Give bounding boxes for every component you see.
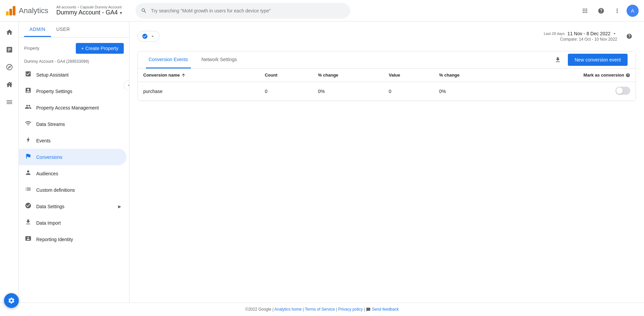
footer-link-analytics-home[interactable]: Analytics home — [274, 307, 302, 312]
search-icon — [141, 8, 147, 14]
breadcrumb: All accounts › Capsule Dummy Account — [56, 5, 122, 9]
nav-label-conversions: Conversions — [36, 154, 62, 160]
top-header: Analytics All accounts › Capsule Dummy A… — [0, 0, 644, 21]
apps-button[interactable] — [578, 4, 592, 17]
sidebar-icon-explore[interactable] — [1, 59, 17, 75]
cell-count: 0 — [259, 82, 312, 101]
logo-area[interactable]: Analytics — [5, 5, 48, 16]
data-import-icon — [24, 219, 32, 227]
date-range: Last 28 days 11 Nov - 8 Dec 2022 Compare… — [544, 31, 617, 42]
nav-item-events[interactable]: Events — [19, 132, 126, 149]
settings-fab-icon — [8, 297, 15, 304]
footer-link-privacy[interactable]: Privacy policy — [338, 307, 363, 312]
more-menu-button[interactable] — [610, 4, 624, 17]
property-settings-icon — [24, 87, 32, 95]
cell-toggle — [504, 82, 636, 101]
conversions-icon — [24, 153, 32, 161]
cell-conversion-name: purchase — [138, 82, 259, 101]
nav-label-property-access-management: Property Access Management — [36, 105, 99, 110]
admin-panel: ADMIN USER Property + Create Property Du… — [19, 21, 129, 303]
nav-item-data-import[interactable]: Data Import — [19, 215, 126, 231]
data-settings-expand-icon: ▶ — [118, 204, 121, 209]
svg-rect-0 — [6, 11, 9, 15]
analytics-logo-icon — [5, 5, 16, 16]
account-title[interactable]: Dummy Account - GA4 ▾ — [56, 9, 122, 16]
filter-bar: Last 28 days 11 Nov - 8 Dec 2022 Compare… — [138, 30, 636, 43]
nav-item-custom-definitions[interactable]: Custom definitions — [19, 182, 126, 198]
avatar[interactable]: A — [627, 5, 639, 17]
download-button[interactable] — [552, 54, 564, 66]
mark-as-conversion-toggle[interactable] — [615, 87, 630, 95]
nav-label-custom-definitions: Custom definitions — [36, 187, 75, 193]
conversions-table: Conversion name Count % change Value % c… — [138, 69, 636, 101]
data-streams-icon — [24, 120, 32, 128]
svg-rect-2 — [13, 6, 15, 15]
data-settings-icon — [24, 202, 32, 211]
svg-rect-1 — [9, 9, 12, 15]
tab-user[interactable]: USER — [51, 22, 75, 37]
filter-chip[interactable] — [138, 31, 160, 42]
nav-label-data-settings: Data Settings — [36, 204, 64, 209]
nav-item-conversions[interactable]: Conversions — [19, 149, 126, 165]
nav-label-audiences: Audiences — [36, 171, 58, 176]
nav-list: Setup Assistant Property Settings Proper… — [19, 66, 129, 303]
footer-link-terms[interactable]: Terms of Service — [305, 307, 335, 312]
cell-value: 0 — [383, 82, 434, 101]
property-access-icon — [24, 103, 32, 112]
custom-definitions-icon — [24, 186, 32, 194]
account-nav: All accounts › Capsule Dummy Account Dum… — [56, 5, 122, 16]
nav-item-property-access-management[interactable]: Property Access Management — [19, 99, 126, 116]
footer: ©2022 Google | Analytics home | Terms of… — [0, 303, 644, 316]
nav-item-setup-assistant[interactable]: Setup Assistant — [19, 66, 126, 83]
tab-network-settings[interactable]: Network Settings — [199, 51, 240, 69]
checkmark-icon — [142, 33, 148, 39]
tab-admin[interactable]: ADMIN — [24, 22, 51, 37]
col-count-change: % change — [313, 69, 383, 82]
col-value-change: % change — [434, 69, 504, 82]
property-label: Property — [24, 46, 39, 51]
main-content: Last 28 days 11 Nov - 8 Dec 2022 Compare… — [129, 21, 644, 303]
sidebar-icon-reports[interactable] — [1, 42, 17, 58]
nav-item-reporting-identity[interactable]: Reporting Identity — [19, 231, 126, 247]
property-account-name: Dummy Account - GA4 (289533099) — [19, 59, 129, 66]
card-tabs: Conversion Events Network Settings New c… — [138, 51, 636, 69]
sidebar-icon-advertising[interactable] — [1, 77, 17, 93]
settings-fab[interactable] — [4, 293, 19, 308]
nav-item-property-settings[interactable]: Property Settings — [19, 83, 126, 99]
mark-help-icon — [626, 73, 630, 78]
property-section: Property + Create Property — [19, 38, 129, 59]
sidebar-icons — [0, 21, 19, 303]
breadcrumb-chevron: › — [77, 5, 79, 9]
date-compare-label: Compare: 14 Oct - 10 Nov 2022 — [560, 37, 617, 42]
card-actions: New conversion event — [552, 54, 628, 66]
sidebar-icon-configure[interactable] — [1, 94, 17, 110]
tab-conversion-events[interactable]: Conversion Events — [146, 51, 191, 69]
footer-send-feedback[interactable]: Send feedback — [372, 307, 399, 312]
new-conversion-event-button[interactable]: New conversion event — [568, 54, 628, 66]
nav-label-setup-assistant: Setup Assistant — [36, 72, 69, 78]
admin-tabs: ADMIN USER — [19, 21, 129, 38]
help-button[interactable] — [594, 4, 608, 17]
logo-text: Analytics — [19, 6, 48, 15]
col-value: Value — [383, 69, 434, 82]
search-input[interactable] — [151, 8, 345, 13]
audiences-icon — [24, 169, 32, 178]
nav-item-data-settings[interactable]: Data Settings ▶ — [19, 198, 126, 215]
col-count: Count — [259, 69, 312, 82]
date-range-picker[interactable]: 11 Nov - 8 Dec 2022 — [568, 31, 617, 36]
nav-label-data-import: Data Import — [36, 220, 61, 226]
header-actions: A — [578, 4, 639, 17]
chip-dropdown-icon — [150, 34, 155, 39]
sort-icon — [181, 73, 186, 78]
col-conversion-name[interactable]: Conversion name — [138, 69, 259, 82]
date-help-button[interactable] — [623, 30, 636, 43]
nav-item-audiences[interactable]: Audiences — [19, 165, 126, 182]
nav-label-property-settings: Property Settings — [36, 89, 72, 94]
events-icon — [24, 136, 32, 145]
search-bar[interactable] — [136, 3, 350, 18]
create-property-button[interactable]: + Create Property — [76, 43, 124, 54]
sidebar-icon-home[interactable] — [1, 24, 17, 40]
table-row: purchase 0 0% 0 0% — [138, 82, 636, 101]
nav-item-data-streams[interactable]: Data Streams — [19, 116, 126, 132]
filter-left — [138, 31, 160, 42]
